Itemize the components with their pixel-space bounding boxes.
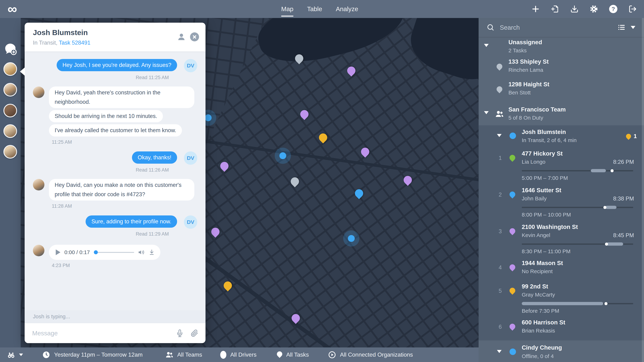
task-address: 600 Harrison St [522,319,565,326]
map-pin-purple[interactable] [360,146,371,158]
driver-task-row[interactable]: 4 1944 Mason St No Recipient [478,257,644,280]
task-timeline[interactable] [522,169,633,172]
driver-task-row[interactable]: 2 1646 Sutter St John Baily 8:38 PM 8:00… [478,184,644,220]
map-pin-purple[interactable] [402,174,414,186]
driver-location-dot[interactable] [348,235,355,242]
task-address: 1944 Mason St [522,260,563,266]
task-link[interactable]: Task 528491 [59,40,90,46]
driver-task-row[interactable]: 1 477 Hickory St Lia Longo 8:26 PM 5:00 … [478,147,644,184]
chat-message-outgoing: Hey Josh, I see you're delayed. Any issu… [33,59,197,72]
driver-status: Offline, 0 of 4 [522,353,554,359]
import-icon[interactable] [551,5,559,13]
task-recipient: Ben Stott [508,90,530,96]
task-recipient: John Baily [522,196,546,202]
time-range-label: Yesterday 11pm – Tomorrow 12am [54,352,142,358]
gear-icon[interactable] [590,5,598,13]
search-input[interactable] [500,22,601,33]
map-pin-gray[interactable] [293,53,305,64]
mic-icon[interactable] [176,330,184,337]
teams-filter[interactable]: All Teams [166,348,202,362]
map-pin-yellow[interactable] [317,132,329,144]
badge-count: 1 [634,133,637,140]
driver-row-cindy[interactable]: Cindy Cheung Offline, 0 of 4 [478,342,644,362]
avatar-active-chat[interactable] [4,83,17,96]
driver-task-row[interactable]: 3 2100 Washington St Kevin Angel 8:45 PM… [478,220,644,257]
search-icon [486,24,494,31]
message-bubble: Hey Josh, I see you're delayed. Any issu… [57,59,177,71]
list-view-icon[interactable] [618,24,625,31]
app-logo[interactable]: ∞ [8,0,17,18]
chevron-down-icon[interactable] [631,26,635,29]
map-pin-gray[interactable] [289,176,300,187]
task-window: 8:00 PM – 10:00 PM [522,212,571,218]
time-range-filter[interactable]: Yesterday 11pm – Tomorrow 12am [42,348,142,362]
logout-icon[interactable] [628,5,637,13]
collapse-caret-icon[interactable] [484,111,489,114]
map-pin-purple[interactable] [218,160,230,172]
task-recipient: Lia Longo [522,159,546,165]
tasks-filter[interactable]: All Tasks [277,348,309,362]
tab-map[interactable]: Map [281,0,294,18]
map-pin-purple[interactable] [345,65,357,76]
collapse-caret-icon[interactable] [497,134,502,137]
conversations-rail [0,18,21,348]
profile-icon[interactable] [177,32,186,41]
task-recipient: No Recipient [522,268,553,274]
new-chat-icon[interactable] [3,43,17,56]
collapse-caret-icon[interactable] [484,44,489,47]
paperclip-icon[interactable] [191,330,198,337]
map-pin-purple[interactable] [290,312,302,324]
task-timeline[interactable] [522,206,633,209]
driver-task-row[interactable]: 5 99 2nd St Gray McCarty Before 7:30 PM [478,280,644,316]
group-unassigned-header[interactable]: Unassigned 2 Tasks [478,37,644,56]
download-icon[interactable] [570,5,578,13]
task-pin-icon [508,227,516,235]
unassigned-task-row[interactable]: 1298 Haight St Ben Stott [478,78,644,101]
close-icon[interactable] [190,32,199,41]
driver-row-josh[interactable]: Josh Blumstein In Transit, 2 of 6, 4 min… [478,125,644,147]
driver-avatar [33,86,44,98]
task-recipient: Kevin Angel [522,232,550,238]
map-pin-purple[interactable] [210,226,221,238]
play-icon[interactable] [56,250,60,255]
task-timeline[interactable] [522,242,633,246]
drivers-filter[interactable]: All Drivers [220,348,256,362]
team-icon [495,110,504,118]
plus-icon[interactable] [532,5,540,13]
view-filter-button[interactable] [7,348,23,362]
group-subtitle: 2 Tasks [508,48,526,54]
message-timestamp: 4:23 PM [52,263,197,268]
volume-icon[interactable] [138,249,144,256]
audio-scrubber[interactable] [94,250,134,254]
avatar[interactable] [4,62,17,76]
sender-avatar-dv: DV [184,152,197,165]
audio-time: 0:00 / 0:17 [64,249,90,255]
tab-analyze[interactable]: Analyze [336,0,358,18]
help-icon[interactable] [609,5,618,13]
driver-status-dot [510,348,516,355]
collapse-caret-icon[interactable] [497,350,502,353]
organizations-filter[interactable]: All Connected Organizations [328,348,413,362]
tasks-sidebar: Unassigned 2 Tasks 133 Shipley St Rinche… [478,18,644,362]
unassigned-task-row[interactable]: 133 Shipley St Rinchen Lama [478,56,644,78]
map-pin-yellow[interactable] [222,280,234,291]
download-audio-icon[interactable] [148,249,155,256]
message-input[interactable] [32,330,169,337]
avatar[interactable] [4,104,17,118]
tab-table[interactable]: Table [307,0,322,18]
sidebar-scrollbar[interactable] [642,18,644,362]
driver-name: Cindy Cheung [522,344,562,351]
driver-location-dot[interactable] [280,152,286,159]
map-pin-blue[interactable] [353,188,365,199]
task-recipient: Brian Rekasis [522,328,555,334]
driver-task-row[interactable]: 6 600 Harrison St Brian Rekasis [478,316,644,339]
group-team-header[interactable]: San Francisco Team 5 of 8 On Duty [478,104,644,124]
driver-location-dot[interactable] [205,114,212,121]
map-pin-purple[interactable] [299,108,310,120]
read-receipt: Read 11:25 AM [33,75,197,80]
task-timeline[interactable] [522,302,633,305]
chat-message-incoming: Hey David, yeah there's construction in … [33,86,197,136]
avatar[interactable] [4,124,17,138]
task-recipient: Rinchen Lama [508,67,543,73]
avatar[interactable] [4,145,17,158]
